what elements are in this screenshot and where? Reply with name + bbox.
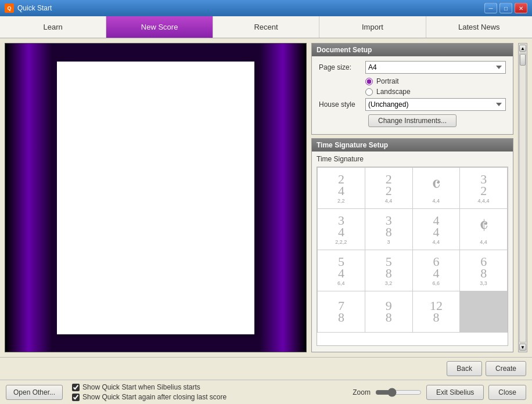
action-bar: Back Create (0, 357, 532, 380)
time-sig-6-4-sub: 6,6 (433, 280, 440, 286)
page-size-row: Page size: A4 Letter Legal A3 (319, 61, 506, 74)
close-button[interactable]: Close (488, 385, 526, 400)
portrait-row: Portrait (319, 77, 506, 85)
time-sig-7-8[interactable]: 78 (318, 291, 365, 332)
tab-bar: Learn New Score Recent Import Latest New… (0, 16, 532, 38)
settings-panel: Document Setup Page size: A4 Letter Lega… (311, 43, 513, 352)
document-setup-section: Document Setup Page size: A4 Letter Lega… (311, 43, 513, 135)
exit-sibelius-button[interactable]: Exit Sibelius (426, 385, 484, 400)
content-area: Document Setup Page size: A4 Letter Lega… (0, 38, 532, 357)
time-sig-5-4[interactable]: 54 6,4 (318, 250, 365, 291)
main-window: Learn New Score Recent Import Latest New… (0, 16, 532, 404)
time-signature-grid-wrapper: 24 2,2 22 4,4 (317, 167, 508, 346)
time-sig-3-4-notation: 34 (338, 215, 344, 238)
house-style-row: House style (Unchanged) Standard Compact (319, 98, 506, 111)
zoom-slider[interactable] (375, 388, 422, 397)
zoom-label: Zoom (353, 388, 371, 396)
tab-new-score[interactable]: New Score (106, 16, 213, 38)
landscape-radio[interactable] (365, 88, 373, 96)
time-sig-2-2-sub: 4,4 (385, 198, 393, 204)
preview-gradient-right (260, 44, 306, 352)
portrait-radio[interactable] (365, 78, 373, 85)
time-sig-cut-notation: 𝄵 (479, 215, 488, 238)
time-sig-2-4-notation: 24 (338, 174, 344, 197)
document-setup-header: Document Setup (312, 44, 513, 56)
page-size-select[interactable]: A4 Letter Legal A3 (365, 61, 506, 74)
time-sig-3-4[interactable]: 34 2,2,2 (318, 209, 365, 250)
tab-learn[interactable]: Learn (0, 16, 106, 38)
time-sig-common-sub: 4,4 (433, 198, 440, 204)
footer-right: Zoom Exit Sibelius Close (353, 385, 526, 400)
time-sig-3-8-notation: 38 (386, 215, 392, 238)
time-sig-3-8[interactable]: 38 3 (365, 209, 412, 250)
landscape-row: Landscape (319, 88, 506, 96)
checkbox-row-1: Show Quick Start when Sibelius starts (72, 383, 227, 391)
time-sig-9-8[interactable]: 98 (365, 291, 412, 332)
landscape-label[interactable]: Landscape (376, 88, 411, 96)
time-signature-section: Time Signature Setup Time Signature 24 2… (311, 138, 513, 352)
scroll-down-button[interactable]: ▼ (519, 344, 526, 351)
time-sig-6-8-sub: 3,3 (480, 280, 487, 286)
time-signature-body: Time Signature 24 2,2 (312, 152, 513, 352)
time-sig-4-4-sub: 4,4 (433, 239, 440, 245)
scroll-up-button[interactable]: ▲ (519, 45, 526, 52)
time-sig-3-4-sub: 2,2,2 (335, 239, 347, 245)
time-sig-2-4[interactable]: 24 2,2 (318, 168, 365, 208)
tab-recent[interactable]: Recent (213, 16, 319, 38)
time-sig-5-8-sub: 3,2 (385, 280, 393, 286)
time-sig-5-4-sub: 6,4 (337, 280, 345, 286)
time-sig-2-4-sub: 2,2 (337, 198, 345, 204)
time-sig-3-2[interactable]: 32 4,4,4 (460, 168, 507, 208)
show-quickstart-again-checkbox[interactable] (72, 394, 80, 401)
window-title: Quick Start (17, 4, 484, 12)
tab-import[interactable]: Import (319, 16, 426, 38)
time-sig-5-8[interactable]: 58 3,2 (365, 250, 412, 291)
preview-page (57, 62, 254, 334)
document-setup-body: Page size: A4 Letter Legal A3 Portrait (312, 56, 513, 134)
time-sig-12-8[interactable]: 128 (413, 291, 460, 332)
time-sig-6-4[interactable]: 64 6,6 (413, 250, 460, 291)
time-sig-2-2-notation: 22 (386, 174, 392, 197)
close-window-button[interactable]: ✕ (515, 3, 527, 13)
back-button[interactable]: Back (447, 361, 482, 376)
time-sig-12-8-notation: 128 (430, 300, 443, 323)
time-sig-5-8-notation: 58 (386, 256, 392, 279)
time-sig-cut[interactable]: 𝄵 4,4 (460, 209, 507, 250)
time-signature-grid: 24 2,2 22 4,4 (317, 167, 508, 333)
time-sig-4-4[interactable]: 44 4,4 (413, 209, 460, 250)
house-style-select[interactable]: (Unchanged) Standard Compact (365, 98, 506, 111)
maximize-button[interactable]: □ (499, 3, 512, 13)
house-style-label: House style (319, 100, 365, 109)
create-button[interactable]: Create (486, 361, 526, 376)
open-other-button[interactable]: Open Other... (6, 385, 63, 400)
checkbox-row-2: Show Quick Start again after closing las… (72, 393, 227, 401)
time-sig-5-4-notation: 54 (338, 256, 344, 279)
tab-latest-news[interactable]: Latest News (426, 16, 532, 38)
titlebar: Q Quick Start ─ □ ✕ (0, 0, 532, 16)
change-instruments-button[interactable]: Change Instruments... (368, 114, 456, 127)
scroll-thumb[interactable] (520, 54, 526, 66)
show-quickstart-checkbox[interactable] (72, 384, 80, 391)
time-sig-3-2-notation: 32 (480, 174, 487, 197)
page-size-label: Page size: (319, 63, 365, 71)
checkbox-group: Show Quick Start when Sibelius starts Sh… (72, 383, 227, 401)
time-sig-3-8-sub: 3 (387, 239, 390, 245)
time-sig-common-notation: 𝄴 (432, 174, 441, 197)
preview-gradient-left (5, 44, 52, 352)
show-quickstart-again-label[interactable]: Show Quick Start again after closing las… (82, 393, 227, 401)
settings-scrollbar[interactable]: ▲ ▼ (518, 43, 527, 352)
window-controls: ─ □ ✕ (484, 3, 527, 13)
time-sig-7-8-notation: 78 (338, 300, 344, 323)
time-sig-6-8[interactable]: 68 3,3 (460, 250, 507, 291)
time-sig-common[interactable]: 𝄴 4,4 (413, 168, 460, 208)
app-icon: Q (5, 3, 14, 13)
minimize-button[interactable]: ─ (484, 3, 497, 13)
time-sig-9-8-notation: 98 (386, 300, 392, 323)
time-sig-2-2[interactable]: 22 4,4 (365, 168, 412, 208)
time-sig-3-2-sub: 4,4,4 (478, 198, 490, 204)
time-sig-6-4-notation: 64 (433, 256, 439, 279)
portrait-label[interactable]: Portrait (376, 77, 399, 85)
show-quickstart-label[interactable]: Show Quick Start when Sibelius starts (82, 383, 200, 391)
time-sig-cut-sub: 4,4 (480, 239, 487, 245)
score-preview (5, 43, 307, 352)
